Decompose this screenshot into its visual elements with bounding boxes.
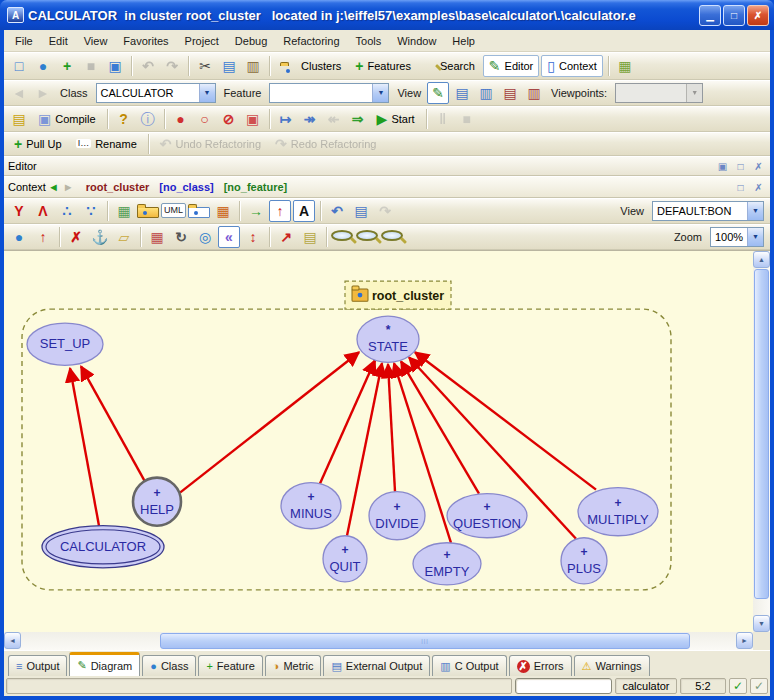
horizontal-scrollbar[interactable]: ◄ ||| ► bbox=[4, 632, 753, 650]
class-node-multiply[interactable]: +MULTIPLY bbox=[578, 488, 658, 536]
create-inheritance-link-icon[interactable]: ↑ bbox=[269, 200, 291, 222]
diagram-canvas[interactable]: root_clusterSET_UP*STATE+HELPCALCULATOR+… bbox=[4, 250, 770, 650]
class-node-divide[interactable]: +DIVIDE bbox=[369, 492, 425, 540]
maximize-pane-icon[interactable]: □ bbox=[733, 159, 748, 174]
cluster-relations-icon[interactable]: Λ bbox=[32, 200, 54, 222]
view-interface-icon[interactable]: ▥ bbox=[523, 82, 545, 104]
remove-anchor-icon[interactable]: ⚓ bbox=[89, 226, 111, 248]
stop-icon[interactable]: ■ bbox=[456, 108, 478, 130]
view-clickable-icon[interactable]: ▤ bbox=[451, 82, 473, 104]
menu-file[interactable]: File bbox=[7, 32, 41, 50]
tab-feature[interactable]: +Feature bbox=[198, 655, 262, 676]
tab-errors[interactable]: ✗Errors bbox=[509, 655, 572, 676]
paste-icon[interactable]: ▥ bbox=[242, 55, 264, 77]
scroll-down-button[interactable]: ▼ bbox=[753, 615, 770, 632]
create-client-link-icon[interactable]: → bbox=[245, 200, 267, 222]
diagram-history-icon[interactable]: ▤ bbox=[350, 200, 372, 222]
check-system-icon[interactable]: ? bbox=[113, 108, 135, 130]
class-node-help[interactable]: +HELP bbox=[133, 478, 181, 526]
title-bar[interactable]: A CALCULATOR in cluster root_cluster loc… bbox=[0, 0, 774, 30]
pull-up-button[interactable]: +Pull Up bbox=[8, 133, 68, 155]
maximize-button[interactable]: □ bbox=[723, 5, 745, 26]
class-combo[interactable]: CALCULATOR▼ bbox=[96, 83, 216, 103]
diagram-view-combo-dropdown-icon[interactable]: ▼ bbox=[747, 202, 763, 220]
class-node-state[interactable]: *STATE bbox=[357, 316, 419, 362]
context-toggle-button[interactable]: ▯Context bbox=[541, 55, 603, 77]
tab-output[interactable]: ≡Output bbox=[8, 655, 67, 676]
save-icon[interactable]: ■ bbox=[80, 55, 102, 77]
close-pane-icon[interactable]: ✗ bbox=[751, 159, 766, 174]
step-into-icon[interactable]: ↠ bbox=[299, 108, 321, 130]
zoom-out-icon[interactable] bbox=[381, 230, 403, 241]
zoom-fit-icon[interactable] bbox=[356, 230, 378, 241]
tab-class[interactable]: ●Class bbox=[142, 655, 196, 676]
breakpoints-tool-icon[interactable]: ▣ bbox=[242, 108, 264, 130]
horizontal-scroll-thumb[interactable]: ||| bbox=[160, 633, 690, 649]
vertical-scroll-thumb[interactable] bbox=[754, 269, 769, 599]
views-window-icon[interactable]: ▦ bbox=[212, 200, 234, 222]
tab-c-output[interactable]: ▥C Output bbox=[432, 655, 506, 676]
view-editor-icon[interactable]: ✎ bbox=[427, 82, 449, 104]
class-combo-dropdown-icon[interactable]: ▼ bbox=[199, 84, 215, 102]
class-node-question[interactable]: +QUESTION bbox=[447, 494, 527, 538]
clusters-button[interactable]: Clusters bbox=[275, 55, 347, 77]
redo-icon[interactable]: ↷ bbox=[161, 55, 183, 77]
class-relations-icon[interactable]: Y bbox=[8, 200, 30, 222]
zoom-combo[interactable]: 100%▼ bbox=[710, 227, 764, 247]
run-ignore-breakpoints-icon[interactable]: ⇒ bbox=[347, 108, 369, 130]
link-divide-to-state[interactable] bbox=[388, 364, 395, 491]
new-inheritance-node-icon[interactable]: ↑ bbox=[32, 226, 54, 248]
new-class-icon[interactable]: ● bbox=[32, 55, 54, 77]
context-forward-icon[interactable]: ► bbox=[63, 181, 74, 193]
undock-icon[interactable]: ▣ bbox=[715, 159, 730, 174]
breakpoints-disable-icon[interactable]: ○ bbox=[194, 108, 216, 130]
cluster-label[interactable]: root_cluster bbox=[345, 281, 451, 309]
step-out-icon[interactable]: ↞ bbox=[323, 108, 345, 130]
diagram-view-combo[interactable]: DEFAULT:BON▼ bbox=[652, 201, 764, 221]
zoom-in-icon[interactable] bbox=[331, 230, 353, 241]
add-item-icon[interactable]: + bbox=[56, 55, 78, 77]
menu-debug[interactable]: Debug bbox=[227, 32, 275, 50]
vertical-scrollbar[interactable]: ▲ ▼ bbox=[753, 251, 770, 632]
history-forward-icon[interactable]: ► bbox=[32, 82, 54, 104]
step-over-icon[interactable]: ↦ bbox=[275, 108, 297, 130]
view-contract-icon[interactable]: ▤ bbox=[499, 82, 521, 104]
class-node-set_up[interactable]: SET_UP bbox=[27, 323, 103, 365]
link-multiply-to-state[interactable] bbox=[415, 352, 596, 489]
diagram-undo-icon[interactable]: ↶ bbox=[326, 200, 348, 222]
class-node-quit[interactable]: +QUIT bbox=[323, 536, 367, 582]
tab-warnings[interactable]: ⚠Warnings bbox=[574, 655, 650, 676]
features-button[interactable]: +Features bbox=[349, 55, 417, 77]
maximize-pane-icon[interactable]: □ bbox=[733, 180, 748, 195]
compile-button[interactable]: ▣Compile bbox=[32, 108, 102, 130]
cluster-view-icon[interactable] bbox=[188, 207, 210, 218]
feature-combo[interactable]: ▼ bbox=[269, 83, 389, 103]
menu-help[interactable]: Help bbox=[444, 32, 483, 50]
toggle-bubbles-icon[interactable]: ◎ bbox=[194, 226, 216, 248]
system-info-icon[interactable]: ⓘ bbox=[137, 108, 159, 130]
class-node-plus[interactable]: +PLUS bbox=[561, 538, 607, 584]
class-node-minus[interactable]: +MINUS bbox=[281, 483, 341, 529]
rename-button[interactable]: I…Rename bbox=[70, 133, 143, 155]
scroll-up-button[interactable]: ▲ bbox=[753, 251, 770, 268]
minimize-button[interactable]: ▁ bbox=[699, 5, 721, 26]
new-document-icon[interactable]: □ bbox=[8, 55, 30, 77]
scroll-left-button[interactable]: ◄ bbox=[4, 632, 21, 649]
copy-icon[interactable]: ▤ bbox=[218, 55, 240, 77]
undo-icon[interactable]: ↶ bbox=[137, 55, 159, 77]
close-pane-icon[interactable]: ✗ bbox=[751, 180, 766, 195]
archive-ok-icon[interactable]: ✓ bbox=[750, 678, 768, 694]
new-class-node-icon[interactable]: ● bbox=[8, 226, 30, 248]
menu-tools[interactable]: Tools bbox=[348, 32, 390, 50]
start-button[interactable]: ▶Start bbox=[371, 108, 421, 130]
menu-edit[interactable]: Edit bbox=[41, 32, 76, 50]
search-button[interactable]: Search bbox=[419, 55, 481, 77]
link-minus-to-state[interactable] bbox=[320, 360, 375, 483]
menu-favorites[interactable]: Favorites bbox=[115, 32, 176, 50]
compile-ok-icon[interactable]: ✓ bbox=[729, 678, 747, 694]
diagram-svg[interactable]: root_clusterSET_UP*STATE+HELPCALCULATOR+… bbox=[4, 251, 753, 632]
link-help-to-state[interactable] bbox=[180, 352, 359, 492]
breakpoints-enable-icon[interactable]: ● bbox=[170, 108, 192, 130]
view-flat-icon[interactable]: ▥ bbox=[475, 82, 497, 104]
external-editor-icon[interactable]: ▦ bbox=[614, 55, 636, 77]
